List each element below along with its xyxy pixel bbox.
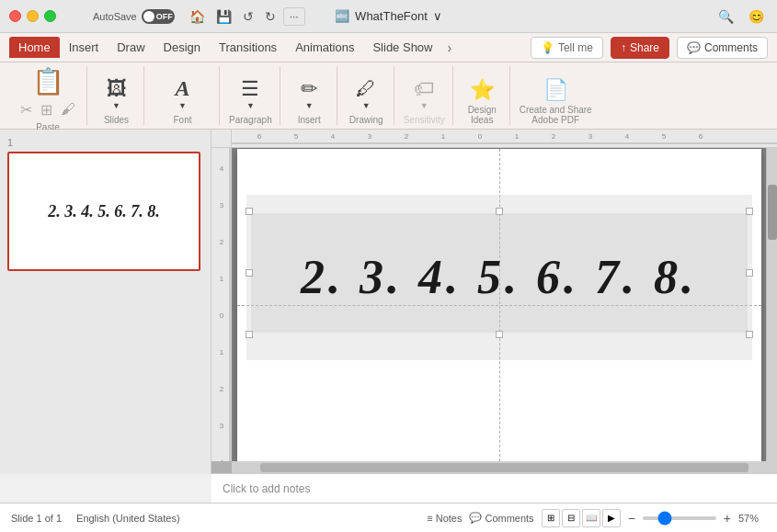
drawing-button[interactable]: 🖊 ▼	[351, 76, 381, 113]
ribbon-right: 💡 Tell me ↑ Share 💬 Comments	[531, 37, 768, 59]
horizontal-scrollbar[interactable]	[234, 463, 775, 472]
autosave-toggle[interactable]: OFF	[142, 9, 175, 24]
format-painter-icon: 🖌	[61, 101, 75, 118]
svg-text:2: 2	[552, 132, 556, 141]
autosave-label: AutoSave	[93, 11, 137, 22]
undo-button[interactable]: ↺	[239, 7, 257, 26]
slide-canvas-wrapper: 4 3 2 1 0 1 2 3 4	[211, 148, 777, 461]
share-icon: ↑	[621, 41, 626, 54]
statusbar: Slide 1 of 1 English (United States) ≡ N…	[0, 503, 777, 532]
hscroll-thumb[interactable]	[260, 463, 748, 472]
ribbon: Home Insert Draw Design Transitions Anim…	[0, 33, 777, 130]
comments-status-button[interactable]: 💬 Comments	[469, 512, 533, 524]
svg-text:1: 1	[441, 132, 446, 141]
titlebar-right: 🔍 😊	[714, 7, 768, 26]
drawing-icon: 🖊	[356, 79, 376, 99]
normal-view-button[interactable]: ⊞	[542, 509, 560, 527]
vertical-scrollbar[interactable]	[766, 148, 777, 461]
slideshow-view-button[interactable]: ▶	[602, 509, 621, 527]
slide-text-container[interactable]: 2. 3. 4. 5. 6. 7. 8.	[246, 195, 752, 360]
slide-viewport[interactable]: 2. 3. 4. 5. 6. 7. 8.	[232, 148, 766, 461]
svg-text:5: 5	[662, 132, 667, 141]
comment-icon: 💬	[687, 41, 701, 54]
slides-buttons: 🖼 ▼	[102, 66, 131, 113]
insert-button[interactable]: ✏ ▼	[294, 76, 324, 113]
ribbon-group-drawing: 🖊 ▼ Drawing	[339, 66, 394, 125]
tell-me-input[interactable]: 💡 Tell me	[531, 37, 603, 59]
notes-bar[interactable]: Click to add notes	[211, 473, 777, 503]
tab-draw[interactable]: Draw	[108, 37, 154, 58]
account-button[interactable]: 😊	[745, 7, 768, 26]
home-button[interactable]: 🏠	[186, 7, 209, 26]
tab-overflow[interactable]: ›	[441, 37, 457, 59]
paste-button[interactable]: 📋	[28, 66, 69, 97]
search-button[interactable]: 🔍	[714, 7, 737, 26]
titlebar-nav: 🏠 💾 ↺ ↻ ···	[186, 7, 305, 26]
main-area: 1 2. 3. 4. 5. 6. 7. 8. 6 5 4 3	[0, 130, 777, 474]
new-slide-icon: 🖼	[107, 79, 127, 99]
slide-content: 2. 3. 4. 5. 6. 7. 8.	[237, 149, 761, 461]
zoom-plus[interactable]: +	[724, 511, 731, 526]
insert-buttons: ✏ ▼	[294, 66, 324, 113]
svg-text:5: 5	[294, 132, 299, 141]
adobe-pdf-button[interactable]: 📄	[539, 77, 573, 103]
dropdown-icon: ∨	[433, 9, 442, 23]
svg-text:6: 6	[699, 132, 703, 141]
tab-animations[interactable]: Animations	[286, 37, 363, 58]
slide-thumbnail[interactable]: 2. 3. 4. 5. 6. 7. 8.	[7, 152, 200, 271]
sensitivity-label: Sensitivity	[404, 115, 445, 125]
font-buttons: A ▼	[168, 66, 198, 113]
font-icon: A	[175, 77, 189, 99]
close-button[interactable]	[9, 10, 21, 22]
slide-text: 2. 3. 4. 5. 6. 7. 8.	[301, 254, 697, 301]
zoom-minus[interactable]: −	[628, 511, 635, 526]
svg-text:2: 2	[220, 238, 224, 246]
toggle-knob	[143, 11, 154, 22]
notes-button[interactable]: ≡ Notes	[427, 513, 462, 524]
svg-text:0: 0	[478, 132, 483, 141]
zoom-level: 57%	[738, 513, 766, 524]
paragraph-button[interactable]: ☰ ▼	[235, 76, 265, 113]
horizontal-scrollbar-container	[232, 461, 777, 474]
design-ideas-button[interactable]: ⭐	[465, 77, 499, 103]
tab-insert[interactable]: Insert	[60, 37, 109, 58]
zoom-slider[interactable]	[643, 516, 716, 520]
maximize-button[interactable]	[44, 10, 56, 22]
tab-design[interactable]: Design	[154, 37, 210, 58]
comments-status-label: Comments	[485, 513, 533, 524]
save-button[interactable]: 💾	[212, 7, 235, 26]
svg-text:3: 3	[220, 201, 224, 209]
scrollbar-thumb[interactable]	[768, 185, 777, 240]
more-button[interactable]: ···	[283, 7, 305, 26]
redo-button[interactable]: ↻	[261, 7, 280, 26]
svg-text:4: 4	[220, 458, 224, 461]
copy-button[interactable]: ⊞	[37, 99, 56, 120]
minimize-button[interactable]	[27, 10, 39, 22]
share-button[interactable]: ↑ Share	[611, 37, 669, 59]
slide-count: Slide 1 of 1	[11, 513, 62, 524]
tab-transitions[interactable]: Transitions	[210, 37, 286, 58]
app-title: WhatTheFont	[355, 9, 428, 23]
autosave-area: AutoSave OFF	[93, 9, 175, 24]
lightbulb-icon: 💡	[541, 41, 554, 54]
font-button[interactable]: A ▼	[168, 74, 198, 113]
design-ideas-buttons: ⭐	[465, 66, 499, 103]
svg-text:3: 3	[588, 132, 593, 141]
status-right: ≡ Notes 💬 Comments ⊞ ⊟ 📖 ▶ − + 57%	[427, 509, 766, 527]
slide-sorter-button[interactable]: ⊟	[562, 509, 580, 527]
tab-home[interactable]: Home	[9, 37, 60, 58]
reading-view-button[interactable]: 📖	[582, 509, 600, 527]
status-left: Slide 1 of 1 English (United States)	[11, 513, 180, 524]
comments-button[interactable]: 💬 Comments	[677, 37, 768, 59]
cut-button[interactable]: ✂	[17, 99, 36, 120]
ruler-svg-v: 4 3 2 1 0 1 2 3 4	[211, 148, 232, 461]
sensitivity-button[interactable]: 🏷 ▼	[409, 76, 439, 113]
svg-text:1: 1	[515, 132, 520, 141]
new-slide-button[interactable]: 🖼 ▼	[102, 76, 131, 113]
insert-label: Insert	[298, 115, 321, 125]
adobe-pdf-label: Create and ShareAdobe PDF	[520, 105, 592, 125]
ribbon-group-font: A ▼ Font	[146, 66, 220, 125]
format-painter-button[interactable]: 🖌	[57, 99, 79, 120]
slides-label: Slides	[104, 115, 129, 125]
tab-slideshow[interactable]: Slide Show	[363, 37, 441, 58]
